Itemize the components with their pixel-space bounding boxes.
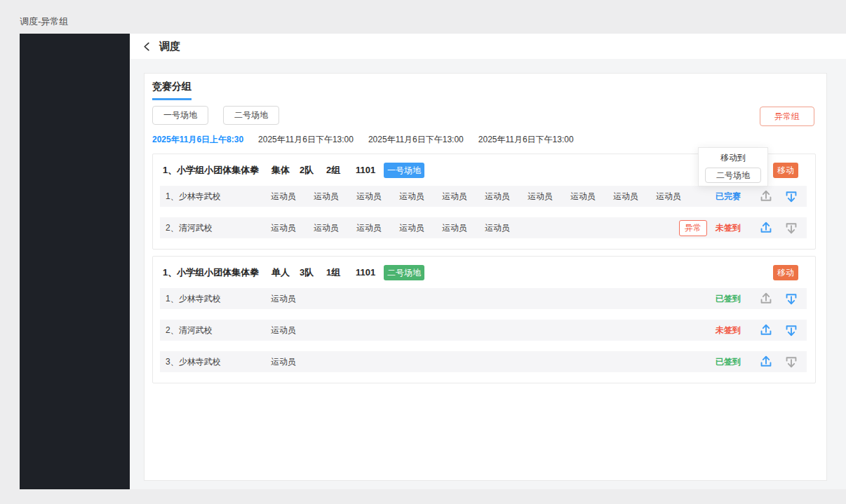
group-title: 1、小学组小团体集体拳 xyxy=(163,266,271,279)
field-buttons-row: 一号场地 二号场地 xyxy=(152,106,279,125)
topbar: 调度 xyxy=(130,34,846,59)
athlete-label: 运动员 xyxy=(442,222,485,234)
check-out-stage-down-arrow-icon[interactable] xyxy=(784,189,798,203)
move-button[interactable]: 移动 xyxy=(773,265,798,280)
team-name: 1、少林寺武校 xyxy=(166,293,271,305)
move-to-popup: 移动到 二号场地 xyxy=(698,147,768,186)
athlete-label: 运动员 xyxy=(271,356,314,368)
topbar-title: 调度 xyxy=(159,40,180,53)
team-row: 1、少林寺武校 运动员运动员运动员运动员运动员运动员运动员运动员运动员运动员 已… xyxy=(160,186,807,207)
check-in-stage-up-arrow-icon[interactable] xyxy=(759,323,773,337)
status-text: 未签到 xyxy=(716,325,741,336)
check-in-stage-up-arrow-icon[interactable] xyxy=(759,292,773,306)
session-tabs: 2025年11月6日上午8:302025年11月6日下午13:002025年11… xyxy=(152,134,574,146)
row-status-cluster: 已完赛 xyxy=(716,189,798,203)
check-in-stage-up-arrow-icon[interactable] xyxy=(759,355,773,369)
row-status-cluster: 异常 未签到 xyxy=(679,220,798,236)
athlete-label: 运动员 xyxy=(399,191,442,203)
page-title: 调度-异常组 xyxy=(20,15,68,28)
check-in-stage-up-arrow-icon[interactable] xyxy=(759,189,773,203)
athlete-label: 运动员 xyxy=(314,191,356,203)
team-name: 1、少林寺武校 xyxy=(166,191,271,203)
tab-competition-groups[interactable]: 竞赛分组 xyxy=(152,81,192,100)
group-cards: 1、小学组小团体集体拳 集体2队2组1101 一号场地 移动 1、少林寺武校 运… xyxy=(152,154,816,390)
athlete-label: 运动员 xyxy=(271,325,314,336)
group-column: 3队 xyxy=(300,266,326,279)
athlete-label: 运动员 xyxy=(485,222,528,234)
athlete-label: 运动员 xyxy=(271,191,314,203)
check-in-stage-up-arrow-icon[interactable] xyxy=(759,221,773,235)
check-out-stage-down-arrow-icon[interactable] xyxy=(784,323,798,337)
session-date-tab[interactable]: 2025年11月6日上午8:30 xyxy=(152,134,243,146)
athlete-label: 运动员 xyxy=(399,222,442,234)
session-date-tab[interactable]: 2025年11月6日下午13:00 xyxy=(478,134,574,146)
check-out-stage-down-arrow-icon[interactable] xyxy=(784,292,798,306)
venue-badge: 一号场地 xyxy=(384,163,424,178)
team-name: 3、少林寺武校 xyxy=(166,356,271,368)
athlete-label: 运动员 xyxy=(271,222,314,234)
athlete-label: 运动员 xyxy=(356,222,399,234)
row-status-cluster: 已签到 xyxy=(716,355,798,369)
group-column: 单人 xyxy=(271,266,300,279)
team-row: 2、清河武校 运动员 未签到 xyxy=(160,320,807,341)
abnormal-badge: 异常 xyxy=(679,220,707,236)
main-panel: 竞赛分组 一号场地 二号场地 异常组 2025年11月6日上午8:302025年… xyxy=(144,73,827,481)
group-column: 2组 xyxy=(326,164,356,177)
status-text: 已签到 xyxy=(716,356,741,368)
group-title: 1、小学组小团体集体拳 xyxy=(163,164,271,177)
field-2-button[interactable]: 二号场地 xyxy=(223,106,279,125)
session-date-tab[interactable]: 2025年11月6日下午13:00 xyxy=(368,134,464,146)
team-row: 1、少林寺武校 运动员 已签到 xyxy=(160,288,807,309)
athlete-label: 运动员 xyxy=(656,191,699,203)
abnormal-group-button[interactable]: 异常组 xyxy=(760,107,814,126)
group-card-header: 1、小学组小团体集体拳 单人3队1组1101 二号场地 移动 xyxy=(153,257,815,288)
app-window: 调度 竞赛分组 一号场地 二号场地 异常组 2025年11月6日上午8:3020… xyxy=(20,34,846,489)
row-status-cluster: 未签到 xyxy=(716,323,798,337)
check-out-stage-down-arrow-icon[interactable] xyxy=(784,355,798,369)
group-column: 1101 xyxy=(356,267,384,278)
venue-badge: 二号场地 xyxy=(384,265,424,280)
status-text: 未签到 xyxy=(716,222,741,234)
athlete-label: 运动员 xyxy=(570,191,613,203)
athlete-label: 运动员 xyxy=(271,293,314,305)
move-to-field-2-option[interactable]: 二号场地 xyxy=(705,168,761,183)
row-status-cluster: 已签到 xyxy=(716,292,798,306)
check-out-stage-down-arrow-icon[interactable] xyxy=(784,221,798,235)
team-name: 2、清河武校 xyxy=(166,325,271,336)
team-row: 3、少林寺武校 运动员 已签到 xyxy=(160,351,807,372)
group-column: 1组 xyxy=(326,266,356,279)
group-column: 1101 xyxy=(356,165,384,175)
back-button-chevron-left-icon[interactable] xyxy=(142,41,152,52)
team-row: 2、清河武校 运动员运动员运动员运动员运动员运动员 异常 未签到 xyxy=(160,217,807,238)
move-to-popup-title: 移动到 xyxy=(699,152,767,164)
status-text: 已完赛 xyxy=(716,191,741,203)
team-name: 2、清河武校 xyxy=(166,222,271,234)
group-card: 1、小学组小团体集体拳 单人3队1组1101 二号场地 移动 1、少林寺武校 运… xyxy=(152,256,816,383)
group-rows: 1、少林寺武校 运动员运动员运动员运动员运动员运动员运动员运动员运动员运动员 已… xyxy=(153,186,815,238)
athlete-label: 运动员 xyxy=(613,191,656,203)
session-date-tab[interactable]: 2025年11月6日下午13:00 xyxy=(258,134,354,146)
group-column: 2队 xyxy=(300,164,326,177)
group-rows: 1、少林寺武校 运动员 已签到 2、清河武校 运动员 xyxy=(153,288,815,372)
move-button[interactable]: 移动 xyxy=(773,163,798,178)
athlete-label: 运动员 xyxy=(485,191,528,203)
athlete-label: 运动员 xyxy=(528,191,570,203)
group-column: 集体 xyxy=(271,164,300,177)
athlete-label: 运动员 xyxy=(442,191,485,203)
field-1-button[interactable]: 一号场地 xyxy=(152,106,208,125)
status-text: 已签到 xyxy=(716,293,741,305)
sidebar xyxy=(20,34,130,489)
athlete-label: 运动员 xyxy=(356,191,399,203)
athlete-label: 运动员 xyxy=(314,222,356,234)
